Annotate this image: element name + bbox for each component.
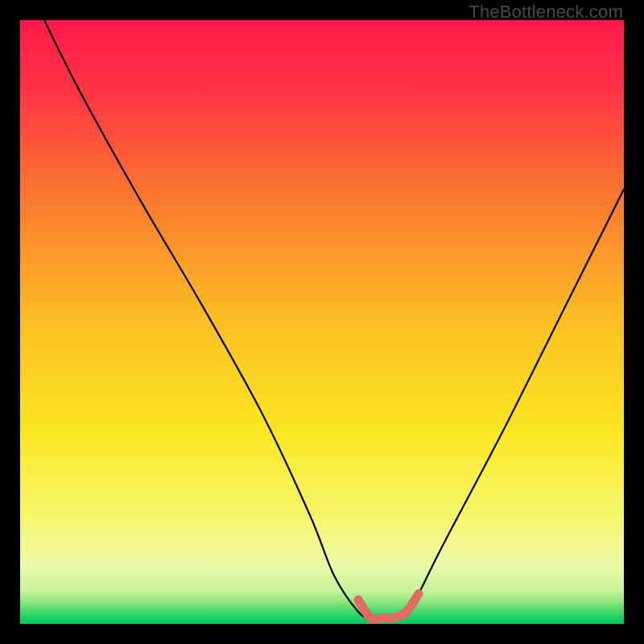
watermark-text: TheBottleneck.com xyxy=(469,2,623,23)
chart-frame: TheBottleneck.com xyxy=(0,0,644,644)
bottleneck-curve xyxy=(20,20,624,624)
plot-area xyxy=(20,20,624,624)
